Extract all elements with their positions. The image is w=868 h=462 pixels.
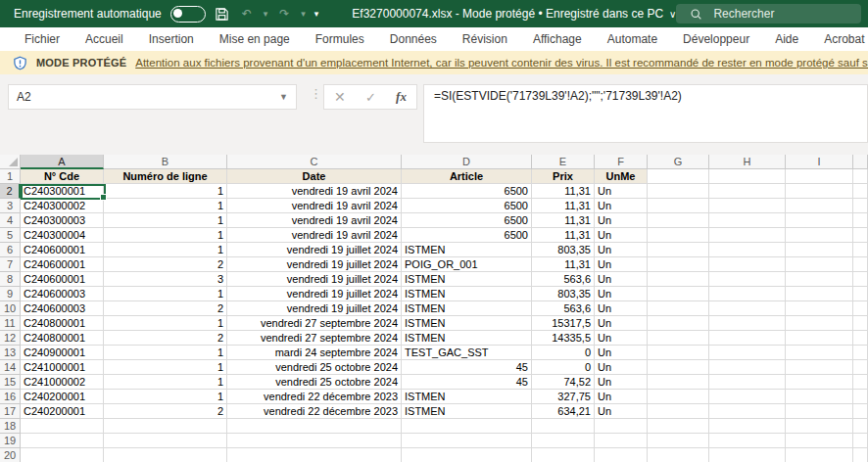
cell-c5[interactable]: vendredi 19 avril 2024 <box>227 228 402 243</box>
cell-h20[interactable] <box>709 448 786 462</box>
cell-f4[interactable]: Un <box>595 213 648 228</box>
cell-a15[interactable]: C241000002 <box>21 375 104 390</box>
cell-e7[interactable]: 11,31 <box>532 257 595 272</box>
row-header-15[interactable]: 15 <box>0 375 21 390</box>
column-header-i[interactable]: I <box>786 155 853 169</box>
cell-b5[interactable]: 1 <box>104 228 227 243</box>
redo-dropdown-icon[interactable]: ▾ <box>301 6 306 22</box>
cell-f20[interactable] <box>595 448 648 462</box>
cell-b1[interactable]: Numéro de ligne <box>104 169 227 184</box>
cell-g1[interactable] <box>648 169 709 184</box>
save-icon[interactable] <box>215 6 230 22</box>
cell-f2[interactable]: Un <box>595 184 648 199</box>
cell-c14[interactable]: vendredi 25 octobre 2024 <box>227 360 402 375</box>
cell-a13[interactable]: C240900001 <box>21 346 104 360</box>
cell-a14[interactable]: C241000001 <box>21 360 104 375</box>
cell-d7[interactable]: POIG_OR_001 <box>402 257 532 272</box>
cell-b12[interactable]: 2 <box>104 331 227 346</box>
cell-i4[interactable] <box>786 213 853 228</box>
cell-a8[interactable]: C240600001 <box>21 272 104 287</box>
cell-g4[interactable] <box>648 213 709 228</box>
cell-h4[interactable] <box>709 213 786 228</box>
tab-developpeur[interactable]: Développeur <box>670 27 762 51</box>
cell-e12[interactable]: 14335,5 <box>532 331 595 346</box>
cell-i9[interactable] <box>786 287 853 301</box>
cell[interactable] <box>853 301 868 316</box>
column-header-d[interactable]: D <box>402 155 532 169</box>
cell-g11[interactable] <box>648 316 709 331</box>
cell-e4[interactable]: 11,31 <box>532 213 595 228</box>
cell-b17[interactable]: 2 <box>104 404 227 419</box>
cell-i11[interactable] <box>786 316 853 331</box>
cell-i15[interactable] <box>786 375 853 390</box>
cell[interactable] <box>853 243 868 257</box>
cell-b2[interactable]: 1 <box>104 184 227 199</box>
cell-g17[interactable] <box>648 404 709 419</box>
undo-icon[interactable]: ↶ <box>239 6 255 22</box>
cell-e17[interactable]: 634,21 <box>532 404 595 419</box>
cell-b11[interactable]: 1 <box>104 316 227 331</box>
cell-b8[interactable]: 3 <box>104 272 227 287</box>
row-header-8[interactable]: 8 <box>0 272 21 287</box>
row-header-16[interactable]: 16 <box>0 390 21 404</box>
tab-insertion[interactable]: Insertion <box>136 27 207 51</box>
column-header-c[interactable]: C <box>227 155 402 169</box>
cell[interactable] <box>853 228 868 243</box>
row-header-10[interactable]: 10 <box>0 301 21 316</box>
autosave-toggle[interactable] <box>170 6 206 23</box>
cell[interactable] <box>853 257 868 272</box>
cell-a2[interactable]: C240300001 <box>21 184 104 199</box>
cell-g20[interactable] <box>648 448 709 462</box>
cell-d14[interactable]: 45 <box>402 360 532 375</box>
tab-formules[interactable]: Formules <box>303 27 377 51</box>
undo-dropdown-icon[interactable]: ▾ <box>264 6 268 22</box>
cell[interactable] <box>853 404 868 419</box>
cell-e2[interactable]: 11,31 <box>532 184 595 199</box>
row-header-17[interactable]: 17 <box>0 404 21 419</box>
cell-b16[interactable]: 1 <box>104 390 227 404</box>
cell[interactable] <box>853 169 868 184</box>
cell-c11[interactable]: vendredi 27 septembre 2024 <box>227 316 402 331</box>
name-box[interactable]: A2 ▼ <box>8 84 297 110</box>
cell-i17[interactable] <box>786 404 853 419</box>
cell-i16[interactable] <box>786 390 853 404</box>
cell-a18[interactable] <box>21 419 104 434</box>
cell-c17[interactable]: vendredi 22 décembre 2023 <box>227 404 402 419</box>
cancel-entry-icon[interactable]: ✕ <box>334 89 346 105</box>
cell-b20[interactable] <box>104 448 227 462</box>
cell-h16[interactable] <box>709 390 786 404</box>
cell-b6[interactable]: 1 <box>104 243 227 257</box>
cell-h17[interactable] <box>709 404 786 419</box>
cell-i20[interactable] <box>786 448 853 462</box>
row-header-4[interactable]: 4 <box>0 213 21 228</box>
cell-f3[interactable]: Un <box>595 199 648 213</box>
cell-i12[interactable] <box>786 331 853 346</box>
tab-acrobat[interactable]: Acrobat <box>811 27 868 51</box>
tab-affichage[interactable]: Affichage <box>520 27 595 51</box>
cell-i3[interactable] <box>786 199 853 213</box>
cell-f5[interactable]: Un <box>595 228 648 243</box>
cell-e15[interactable]: 74,52 <box>532 375 595 390</box>
cell-g13[interactable] <box>648 346 709 360</box>
cell-i1[interactable] <box>786 169 853 184</box>
select-all-corner[interactable] <box>0 155 21 169</box>
cell-c12[interactable]: vendredi 27 septembre 2024 <box>227 331 402 346</box>
cell-g8[interactable] <box>648 272 709 287</box>
cell-c10[interactable]: vendredi 19 juillet 2024 <box>227 301 402 316</box>
cell[interactable] <box>853 346 868 360</box>
tab-donnees[interactable]: Données <box>377 27 450 51</box>
cell-d2[interactable]: 6500 <box>402 184 532 199</box>
cell-g3[interactable] <box>648 199 709 213</box>
cell-g15[interactable] <box>648 375 709 390</box>
cell-h8[interactable] <box>709 272 786 287</box>
cell-f10[interactable]: Un <box>595 301 648 316</box>
cell-d1[interactable]: Article <box>402 169 532 184</box>
cell-d6[interactable]: ISTMEN <box>402 243 532 257</box>
cell-h12[interactable] <box>709 331 786 346</box>
cell-i2[interactable] <box>786 184 853 199</box>
cell-d10[interactable]: ISTMEN <box>402 301 532 316</box>
cell-c20[interactable] <box>227 448 402 462</box>
cell[interactable] <box>853 434 868 448</box>
cell-g9[interactable] <box>648 287 709 301</box>
cell-a4[interactable]: C240300003 <box>21 213 104 228</box>
